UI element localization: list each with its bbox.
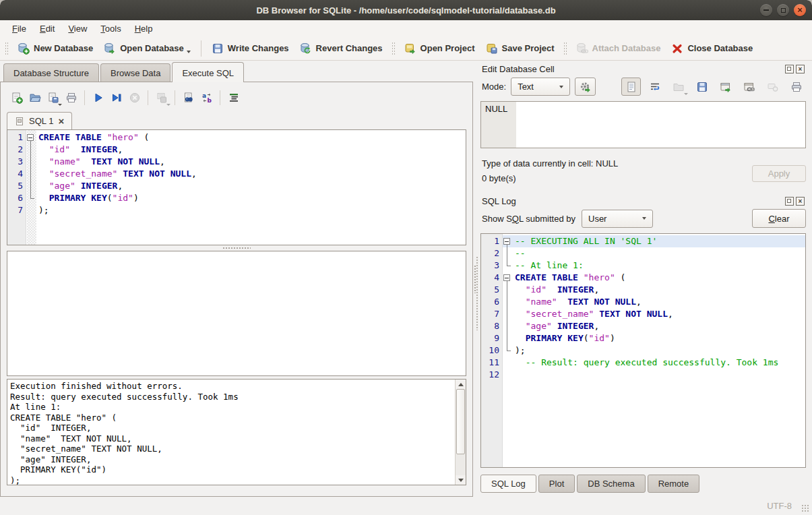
code-text: "name" TEXT NOT NULL, bbox=[36, 156, 466, 168]
code-text: ); bbox=[36, 204, 466, 216]
title-bar[interactable]: DB Browser for SQLite - /home/user/code/… bbox=[0, 0, 812, 20]
fold-marker-icon[interactable] bbox=[503, 235, 512, 247]
message-line: At line 1: bbox=[10, 402, 454, 413]
code-line: 6 "name" TEXT NOT NULL, bbox=[481, 296, 805, 308]
save-project-button[interactable]: Save Project bbox=[480, 40, 560, 57]
scrollbar-thumb[interactable] bbox=[456, 389, 465, 454]
revert-changes-button[interactable]: Revert Changes bbox=[294, 40, 388, 57]
close-panel-icon[interactable]: × bbox=[796, 65, 805, 73]
code-line: 4CREATE TABLE "hero" ( bbox=[481, 272, 805, 284]
format-sql-button[interactable] bbox=[224, 90, 243, 107]
dock-tab-db-schema[interactable]: DB Schema bbox=[577, 475, 645, 493]
fold-margin bbox=[503, 260, 512, 272]
editor-splitter[interactable] bbox=[1, 245, 472, 251]
document-view-icon bbox=[625, 81, 637, 93]
export-file-button[interactable] bbox=[716, 78, 735, 96]
find-replace-button[interactable]: ab bbox=[197, 90, 216, 107]
fold-margin bbox=[26, 192, 36, 204]
sql-editor[interactable]: 1CREATE TABLE "hero" (2 "id" INTEGER,3 "… bbox=[7, 129, 466, 245]
write-changes-label: Write Changes bbox=[228, 43, 289, 53]
execute-line-button[interactable] bbox=[107, 90, 125, 107]
line-number: 3 bbox=[7, 156, 26, 168]
bottom-tab-bar: SQL LogPlotDB SchemaRemote bbox=[479, 475, 806, 497]
clear-button[interactable]: Clear bbox=[752, 209, 806, 228]
save-project-icon bbox=[486, 42, 498, 55]
tab-browse-data[interactable]: Browse Data bbox=[100, 63, 170, 82]
float-panel-icon[interactable] bbox=[785, 65, 794, 73]
open-project-button[interactable]: Open Project bbox=[399, 40, 480, 57]
dock-splitter-handle[interactable] bbox=[476, 256, 479, 330]
sql-log-title: SQL Log bbox=[482, 196, 516, 206]
edit-cell-title: Edit Database Cell bbox=[482, 64, 555, 74]
filter-select[interactable]: User bbox=[582, 210, 653, 228]
save-sql-file-button[interactable] bbox=[44, 90, 62, 107]
code-text: CREATE TABLE "hero" ( bbox=[512, 272, 805, 284]
scroll-up-icon[interactable] bbox=[456, 380, 466, 389]
message-line: PRIMARY KEY("id") bbox=[10, 464, 454, 475]
menu-view[interactable]: View bbox=[61, 22, 94, 35]
tab-database-structure[interactable]: Database Structure bbox=[3, 63, 99, 82]
fold-margin bbox=[26, 144, 36, 156]
attach-database-label: Attach Database bbox=[592, 43, 661, 53]
right-dock: Edit Database Cell × Mode: Text NULL bbox=[477, 61, 812, 497]
write-changes-button[interactable]: Write Changes bbox=[206, 40, 294, 57]
close-icon[interactable]: × bbox=[794, 4, 806, 16]
code-line: 1-- EXECUTING ALL IN 'SQL 1' bbox=[481, 235, 805, 247]
find-button[interactable] bbox=[179, 90, 197, 107]
fold-marker-icon[interactable] bbox=[503, 272, 512, 284]
new-database-button[interactable]: New Database bbox=[12, 40, 98, 57]
code-text: PRIMARY KEY("id") bbox=[512, 332, 805, 344]
float-panel-icon[interactable] bbox=[785, 197, 794, 206]
menu-help[interactable]: Help bbox=[128, 22, 160, 35]
menu-tools[interactable]: Tools bbox=[94, 22, 127, 35]
open-database-button[interactable]: Open Database bbox=[98, 40, 196, 57]
sql-tab[interactable]: SQL 1 × bbox=[7, 112, 72, 129]
close-database-button[interactable]: Close Database bbox=[666, 40, 758, 57]
message-scrollbar[interactable] bbox=[455, 380, 466, 485]
print-icon bbox=[65, 92, 77, 104]
remove-value-icon bbox=[767, 81, 779, 93]
open-sql-file-icon bbox=[29, 92, 41, 104]
code-text bbox=[512, 369, 805, 381]
word-wrap-button[interactable] bbox=[645, 78, 664, 96]
menu-file[interactable]: File bbox=[5, 22, 33, 35]
line-number: 5 bbox=[7, 180, 26, 192]
cell-info-row: Type of data currently in cell: NULL 0 b… bbox=[479, 156, 806, 193]
dock-tab-sql-log[interactable]: SQL Log bbox=[480, 475, 536, 493]
line-number: 2 bbox=[481, 247, 503, 260]
dock-tab-remote[interactable]: Remote bbox=[648, 475, 700, 493]
execute-all-button[interactable] bbox=[89, 90, 107, 107]
document-view-button[interactable] bbox=[621, 78, 641, 96]
line-number: 1 bbox=[7, 131, 26, 144]
maximize-icon[interactable] bbox=[777, 4, 789, 16]
menu-edit[interactable]: Edit bbox=[33, 22, 61, 35]
copy-link-button[interactable] bbox=[739, 78, 759, 96]
fold-marker-icon[interactable] bbox=[26, 131, 36, 144]
svg-text:a: a bbox=[202, 92, 206, 99]
close-tab-icon[interactable]: × bbox=[58, 116, 64, 126]
apply-button: Apply bbox=[752, 165, 806, 182]
settings-gear-icon bbox=[580, 81, 592, 93]
cell-value-editor[interactable]: NULL bbox=[480, 101, 806, 148]
resize-grip[interactable] bbox=[801, 504, 810, 513]
remove-value-button bbox=[763, 78, 782, 96]
settings-gear-button[interactable] bbox=[575, 78, 596, 96]
code-line: 7 "secret_name" TEXT NOT NULL, bbox=[481, 308, 805, 320]
mode-select[interactable]: Text bbox=[511, 78, 570, 96]
minimize-icon[interactable] bbox=[760, 4, 772, 16]
print-button[interactable] bbox=[62, 90, 80, 107]
new-tab-icon bbox=[11, 92, 23, 104]
open-sql-file-button[interactable] bbox=[26, 90, 44, 107]
save-results-icon bbox=[156, 92, 168, 104]
dock-tab-plot[interactable]: Plot bbox=[538, 475, 575, 493]
scroll-down-icon[interactable] bbox=[456, 475, 466, 485]
dropdown-caret-icon[interactable] bbox=[187, 51, 191, 53]
sql-log-editor[interactable]: 1-- EXECUTING ALL IN 'SQL 1'2--3-- At li… bbox=[480, 233, 806, 468]
code-line: 5 "age" INTEGER, bbox=[7, 180, 466, 192]
new-tab-button[interactable] bbox=[7, 90, 26, 107]
close-panel-icon[interactable]: × bbox=[796, 197, 805, 206]
save-cell-button[interactable] bbox=[692, 78, 712, 96]
print-cell-button[interactable] bbox=[786, 78, 806, 96]
tab-execute-sql[interactable]: Execute SQL bbox=[172, 62, 244, 82]
line-number: 5 bbox=[481, 284, 503, 296]
